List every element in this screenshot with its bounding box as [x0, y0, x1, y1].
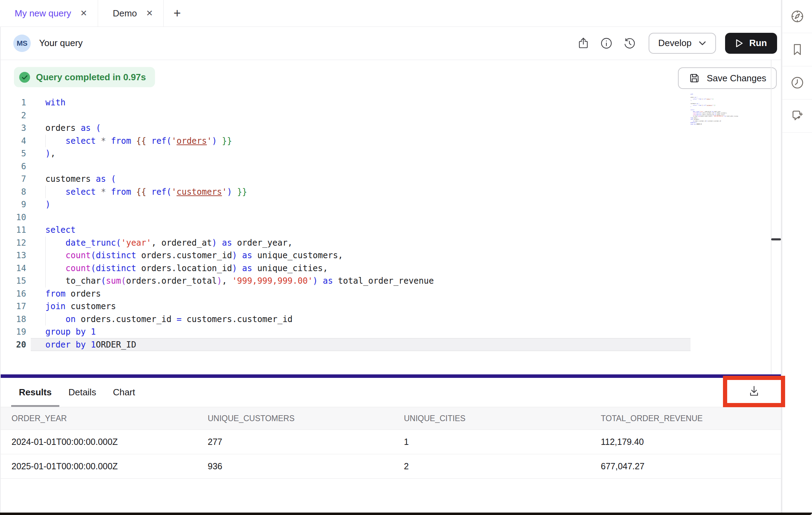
column-header: TOTAL_ORDER_REVENUE: [601, 414, 781, 423]
indent-guide: [45, 237, 46, 249]
code-area[interactable]: 1with23orders as (4 select * from {{ ref…: [0, 96, 697, 351]
sql-editor[interactable]: 1with23orders as (4 select * from {{ ref…: [0, 60, 781, 374]
code-line[interactable]: 15 to_char(sum(orders.order_total), '999…: [0, 275, 697, 288]
indent-guide: [45, 249, 46, 262]
line-number: 16: [0, 288, 26, 300]
column-header: UNIQUE_CITIES: [404, 414, 601, 423]
column-header: UNIQUE_CUSTOMERS: [208, 414, 404, 423]
avatar: MS: [13, 35, 31, 52]
download-results-button[interactable]: [747, 385, 761, 398]
code-line[interactable]: 2: [0, 109, 697, 122]
add-tab-button[interactable]: +: [164, 0, 190, 27]
line-number: 15: [0, 275, 26, 288]
run-button[interactable]: Run: [725, 33, 777, 54]
line-number: 8: [0, 186, 26, 199]
code-line[interactable]: 18 on orders.customer_id = customers.cus…: [0, 313, 697, 326]
code-line[interactable]: 6: [0, 160, 697, 173]
share-button[interactable]: [575, 35, 591, 51]
code-line[interactable]: 17join customers: [0, 300, 697, 313]
column-header: ORDER_YEAR: [12, 414, 208, 423]
develop-dropdown[interactable]: Develop: [649, 33, 716, 54]
info-icon: [599, 36, 613, 50]
code-line[interactable]: 16from orders: [0, 288, 697, 300]
line-number: 18: [0, 313, 26, 326]
line-number: 9: [0, 198, 26, 211]
page-title: Your query: [39, 38, 83, 48]
indent-guide: [45, 135, 46, 148]
results-tab-details[interactable]: Details: [68, 378, 96, 407]
table-cell: 2024-01-01T00:00:00.000Z: [12, 437, 208, 447]
share-icon: [576, 36, 590, 50]
line-number: 11: [0, 224, 26, 237]
editor-minimap[interactable]: withorders as ( select * from {{ ref('or…: [691, 94, 769, 135]
sidebar-item-bookmarks[interactable]: [782, 33, 812, 66]
chevron-down-icon: [699, 41, 706, 46]
line-number: 14: [0, 262, 26, 275]
tab-demo[interactable]: Demo ✕: [98, 0, 164, 27]
code-line[interactable]: 5),: [0, 147, 697, 160]
code-line[interactable]: 1with: [0, 96, 697, 109]
results-panel: ResultsDetailsChart ORDER_YEARUNIQUE_CUS…: [0, 378, 781, 513]
table-cell: 936: [208, 461, 404, 471]
table-header: ORDER_YEARUNIQUE_CUSTOMERSUNIQUE_CITIEST…: [0, 407, 781, 430]
line-number: 19: [0, 326, 26, 338]
code-line[interactable]: 9): [0, 198, 697, 211]
develop-label: Develop: [658, 38, 692, 48]
table-cell: 2: [404, 461, 601, 471]
right-sidebar: [782, 0, 812, 513]
app-window: My new query ✕ Demo ✕ + MS Your query: [0, 0, 812, 515]
query-toolbar: MS Your query: [0, 27, 781, 60]
code-line[interactable]: 13 count(distinct orders.customer_id) as…: [0, 249, 697, 262]
results-divider-bar[interactable]: [0, 374, 781, 378]
line-number: 13: [0, 249, 26, 262]
code-line[interactable]: 20order by 1ORDER_ID: [0, 338, 697, 351]
code-line[interactable]: 3orders as (: [0, 122, 697, 135]
table-cell: 677,047.27: [601, 461, 781, 471]
table-row[interactable]: 2024-01-01T00:00:00.000Z2771112,179.40: [0, 430, 781, 454]
code-line[interactable]: 12 date_trunc('year', ordered_at) as ord…: [0, 237, 697, 249]
code-line[interactable]: 4 select * from {{ ref('orders') }}: [0, 135, 697, 148]
code-line[interactable]: 19group by 1: [0, 326, 697, 338]
run-label: Run: [749, 38, 767, 48]
editor-tab-bar: My new query ✕ Demo ✕ +: [0, 0, 781, 27]
code-line[interactable]: 8 select * from {{ ref('customers') }}: [0, 186, 697, 199]
annotation-highlight-box: [723, 376, 785, 407]
info-button[interactable]: [598, 35, 614, 51]
indent-guide: [45, 262, 46, 275]
table-cell: 112,179.40: [601, 437, 781, 447]
line-number: 6: [0, 160, 26, 173]
code-line[interactable]: 7customers as (: [0, 173, 697, 186]
line-number: 12: [0, 237, 26, 249]
results-tab-chart[interactable]: Chart: [113, 378, 135, 407]
results-tab-results[interactable]: Results: [19, 378, 52, 407]
table-cell: 2025-01-01T00:00:00.000Z: [12, 461, 208, 471]
tab-label: Demo: [113, 8, 137, 19]
sidebar-item-explore[interactable]: [782, 0, 812, 33]
line-number: 20: [0, 338, 26, 351]
close-icon[interactable]: ✕: [146, 9, 153, 17]
code-line[interactable]: 14 count(distinct orders.location_id) as…: [0, 262, 697, 275]
table-cell: 1: [404, 437, 601, 447]
table-row[interactable]: 2025-01-01T00:00:00.000Z9362677,047.27: [0, 454, 781, 479]
play-icon: [735, 39, 744, 48]
window-left-border: [0, 27, 1, 513]
line-number: 3: [0, 122, 26, 135]
ai-chat-icon: [790, 108, 805, 124]
results-tab-bar: ResultsDetailsChart: [0, 378, 781, 407]
indent-guide: [45, 275, 46, 288]
line-number: 10: [0, 211, 26, 224]
panel-drag-handle[interactable]: [771, 238, 781, 240]
bookmark-icon: [790, 42, 805, 57]
download-icon: [747, 385, 761, 398]
indent-guide: [45, 186, 46, 199]
tab-label: My new query: [15, 8, 71, 19]
code-line[interactable]: 11select: [0, 224, 697, 237]
close-icon[interactable]: ✕: [80, 9, 87, 17]
tab-my-new-query[interactable]: My new query ✕: [0, 0, 98, 27]
sidebar-item-ai-assistant[interactable]: [782, 99, 812, 133]
sidebar-item-history[interactable]: [782, 66, 812, 99]
code-line[interactable]: 10: [0, 211, 697, 224]
window-bottom-border: [0, 513, 812, 515]
history-button[interactable]: [621, 35, 637, 51]
line-number: 17: [0, 300, 26, 313]
